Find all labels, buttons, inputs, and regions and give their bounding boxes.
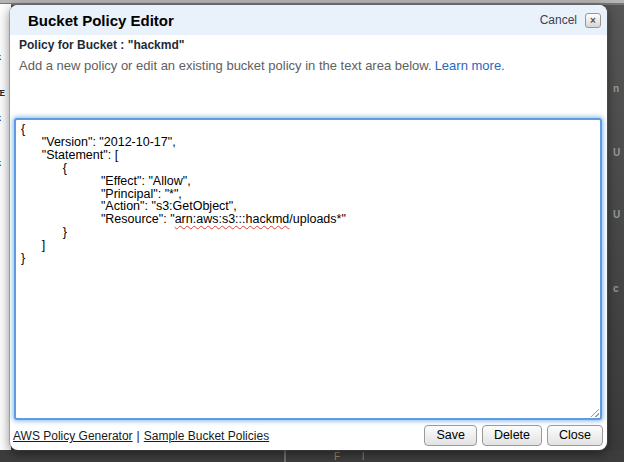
footer-links: AWS Policy Generator|Sample Bucket Polic… (13, 429, 269, 443)
background-text-fragment: k (0, 52, 1, 62)
aws-policy-generator-link[interactable]: AWS Policy Generator (13, 429, 133, 443)
dialog-title: Bucket Policy Editor (28, 12, 540, 29)
background-text-fragment: c (613, 283, 619, 294)
footer-buttons: Save Delete Close (424, 425, 603, 446)
description-text: Add a new policy or edit an existing buc… (19, 58, 432, 73)
dialog-header: Bucket Policy Editor Cancel × (10, 5, 607, 35)
delete-button[interactable]: Delete (482, 425, 542, 446)
policy-textarea[interactable]: { "Version": "2012-10-17", "Statement": … (14, 118, 602, 420)
background-divider (284, 450, 286, 462)
policy-text-segment: /uploads*" (289, 212, 346, 226)
background-text-fragment: k (0, 158, 1, 168)
resize-grip-icon[interactable] (588, 406, 599, 417)
background-text-fragment: U (613, 209, 620, 220)
policy-text-segment: "Resource": " (21, 212, 175, 226)
background-text-fragment: k (0, 113, 1, 123)
background-text-fragment: l (362, 451, 364, 462)
sample-bucket-policies-link[interactable]: Sample Bucket Policies (144, 429, 269, 443)
close-button[interactable]: Close (547, 425, 603, 446)
learn-more-link[interactable]: Learn more. (435, 58, 505, 73)
background-text-fragment: U (613, 147, 620, 158)
background-page-bottom-strip: F l (0, 450, 624, 462)
bucket-policy-editor-dialog: Bucket Policy Editor Cancel × Policy for… (10, 5, 607, 450)
close-icon[interactable]: × (585, 13, 601, 28)
background-text-fragment: n (613, 83, 619, 94)
policy-text-segment: } ] } (21, 225, 67, 265)
link-separator: | (137, 429, 140, 443)
save-button[interactable]: Save (424, 425, 477, 446)
background-page-right-strip: n U U c (611, 5, 624, 462)
policy-for-bucket-label: Policy for Bucket : "hackmd" (19, 38, 184, 52)
policy-json-text: { "Version": "2012-10-17", "Statement": … (21, 123, 595, 265)
policy-text-segment: { "Version": "2012-10-17", "Statement": … (21, 122, 237, 213)
spellcheck-squiggle-text: arn:aws:s3:::hackmd (175, 212, 290, 226)
background-text-fragment: Œ (0, 88, 5, 98)
cancel-link[interactable]: Cancel (540, 13, 577, 27)
background-text-fragment: F (334, 451, 340, 462)
dialog-description: Add a new policy or edit an existing buc… (19, 58, 505, 73)
